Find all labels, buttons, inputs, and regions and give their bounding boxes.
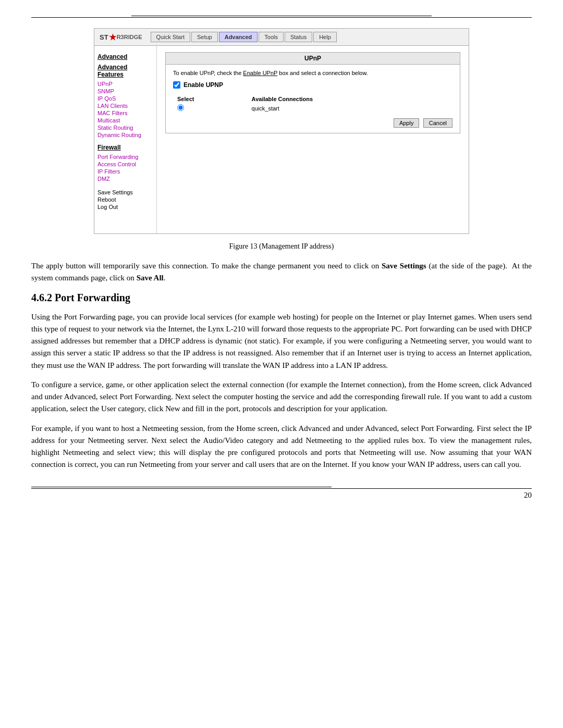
body-paragraph-2: Using the Port Forwarding page, you can … <box>31 311 532 372</box>
bottom-rule-full <box>31 488 532 489</box>
col-header-connections: Available Connections <box>248 95 452 103</box>
figure-caption: Figure 13 (Management IP address) <box>31 242 532 251</box>
connections-table: Select Available Connections quick_start <box>173 95 452 113</box>
upnp-title: UPnP <box>166 53 460 65</box>
bold-save-settings: Save Settings <box>382 262 426 270</box>
router-main: UPnP To enable UPnP, check the Enable UP… <box>157 46 469 233</box>
router-sidebar: Advanced Advanced Features UPnP SNMP IP … <box>94 46 157 233</box>
top-rule-full <box>31 17 532 18</box>
table-cell-radio[interactable] <box>173 103 248 113</box>
router-logo: ST ★ R3RIDGE <box>100 32 142 42</box>
upnp-desc-link: Enable UPnP <box>243 70 277 76</box>
sidebar-subheading-advanced-features-line2: Features <box>97 71 153 78</box>
nav-help[interactable]: Help <box>313 32 337 42</box>
top-rule-short <box>131 16 432 16</box>
router-navbar: ST ★ R3RIDGE Quick Start Setup Advanced … <box>94 29 469 46</box>
page-number-row: 20 <box>31 491 532 500</box>
page-number: 20 <box>524 491 532 500</box>
table-cell-connection-name: quick_start <box>248 103 452 113</box>
nav-quick-start[interactable]: Quick Start <box>151 32 190 42</box>
sidebar-item-multicast[interactable]: Multicast <box>97 117 153 124</box>
sidebar-heading-advanced: Advanced <box>97 53 153 60</box>
apply-cancel-row: Apply Cancel <box>173 118 452 128</box>
router-body: Advanced Advanced Features UPnP SNMP IP … <box>94 46 469 233</box>
sidebar-item-lan-clients[interactable]: LAN Clients <box>97 102 153 109</box>
sidebar-item-dynamic-routing[interactable]: Dynamic Routing <box>97 131 153 139</box>
logo-star: ★ <box>109 32 116 42</box>
sidebar-heading-firewall: Firewall <box>97 144 153 151</box>
sidebar-item-save-settings[interactable]: Save Settings <box>97 189 153 196</box>
col-header-select: Select <box>173 95 248 103</box>
sidebar-item-access-control[interactable]: Access Control <box>97 161 153 168</box>
upnp-description: To enable UPnP, check the Enable UPnP bo… <box>173 70 452 76</box>
sidebar-item-static-routing[interactable]: Static Routing <box>97 124 153 131</box>
body-paragraph-1: The apply button will temporarily save t… <box>31 260 532 285</box>
bold-save-all: Save All <box>137 274 164 282</box>
logo-bridge: R3RIDGE <box>117 34 142 40</box>
enable-upnp-row: Enable UPNP <box>173 81 452 89</box>
sidebar-item-snmp[interactable]: SNMP <box>97 88 153 95</box>
enable-upnp-label: Enable UPNP <box>183 81 223 89</box>
sidebar-item-upnp[interactable]: UPnP <box>97 80 153 88</box>
sidebar-item-mac-filters[interactable]: MAC Filters <box>97 109 153 117</box>
table-row: quick_start <box>173 103 452 113</box>
sidebar-subheading-advanced-features-line1: Advanced <box>97 64 153 71</box>
sidebar-item-ipqos[interactable]: IP QoS <box>97 95 153 102</box>
sidebar-item-ip-filters[interactable]: IP Filters <box>97 168 153 175</box>
section-heading-port-forwarding: 4.6.2 Port Forwarding <box>31 292 532 304</box>
sidebar-item-dmz[interactable]: DMZ <box>97 175 153 182</box>
body-paragraph-3: To configure a service, game, or other a… <box>31 379 532 415</box>
nav-tools[interactable]: Tools <box>259 32 284 42</box>
upnp-body: To enable UPnP, check the Enable UPnP bo… <box>166 65 460 133</box>
nav-status[interactable]: Status <box>285 32 312 42</box>
bottom-rule-short <box>31 487 332 487</box>
cancel-button[interactable]: Cancel <box>423 118 452 128</box>
nav-advanced[interactable]: Advanced <box>219 32 258 42</box>
body-paragraph-4: For example, if you want to host a Netme… <box>31 423 532 471</box>
sidebar-item-log-out[interactable]: Log Out <box>97 203 153 211</box>
logo-st: ST <box>100 33 108 41</box>
router-screenshot: ST ★ R3RIDGE Quick Start Setup Advanced … <box>94 28 469 234</box>
sidebar-item-port-forwarding[interactable]: Port Forwarding <box>97 153 153 161</box>
page-wrapper: ST ★ R3RIDGE Quick Start Setup Advanced … <box>0 0 563 521</box>
enable-upnp-checkbox[interactable] <box>173 81 180 89</box>
nav-setup[interactable]: Setup <box>191 32 218 42</box>
upnp-box: UPnP To enable UPnP, check the Enable UP… <box>165 52 460 133</box>
apply-button[interactable]: Apply <box>394 118 420 128</box>
connection-radio[interactable] <box>177 104 184 111</box>
sidebar-item-reboot[interactable]: Reboot <box>97 196 153 203</box>
